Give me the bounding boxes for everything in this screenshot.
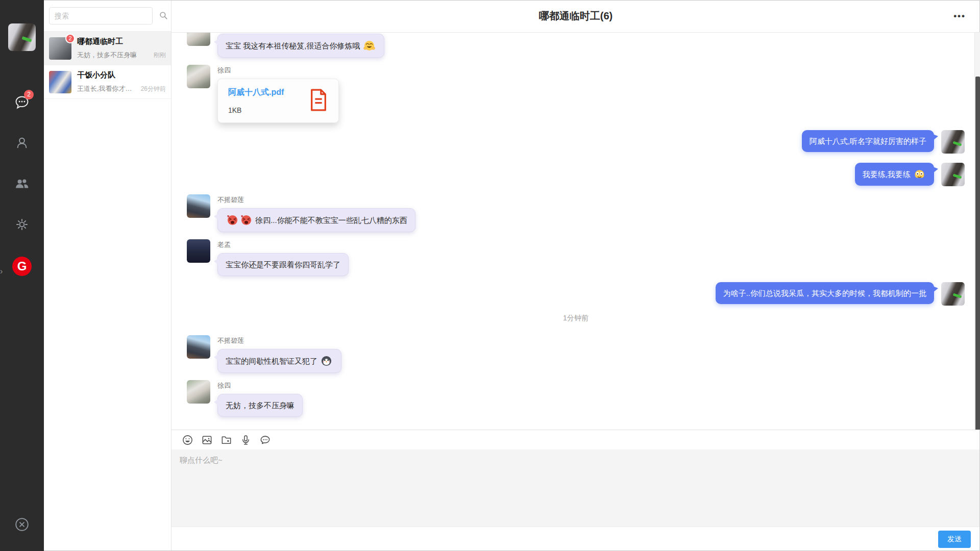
sender-name: 不摇碧莲 bbox=[217, 195, 415, 205]
melting-face-emoji-icon bbox=[914, 168, 925, 180]
sender-name: 徐四 bbox=[217, 381, 303, 390]
own-avatar[interactable] bbox=[941, 130, 965, 154]
chat-header: 哪都通临时工(6) ••• bbox=[172, 0, 980, 33]
mic-icon[interactable] bbox=[240, 434, 252, 446]
nav-contacts[interactable] bbox=[0, 123, 44, 164]
message-bubble: 徐四...你能不能不教宝宝一些乱七八糟的东西 bbox=[217, 208, 415, 232]
sender-avatar[interactable] bbox=[187, 335, 210, 359]
current-user-avatar[interactable] bbox=[8, 23, 36, 51]
conversation-preview: 无妨，技多不压身嘛 bbox=[77, 51, 151, 60]
message-bubble: 为啥子..你们总说我呆瓜，其实大多的时候，我都机制的一批 bbox=[716, 282, 934, 304]
conversation-item-ganfan[interactable]: 干饭小分队 王道长,我看你才… 26分钟前 bbox=[44, 65, 171, 99]
conversation-avatar: 2 bbox=[49, 37, 71, 60]
message-row: 徐四 无妨，技多不压身嘛 bbox=[172, 380, 980, 417]
conversation-title: 干饭小分队 bbox=[77, 70, 166, 80]
pdf-file-icon bbox=[309, 88, 328, 114]
message-input-area bbox=[172, 449, 980, 527]
time-divider: 1分钟前 bbox=[172, 314, 980, 323]
search-icon[interactable] bbox=[159, 11, 168, 20]
send-row: 发送 bbox=[172, 527, 980, 551]
message-row: 老孟 宝宝你还是不要跟着你四哥乱学了 bbox=[172, 239, 980, 276]
conversation-list-panel: 2 哪都通临时工 无妨，技多不压身嘛 刚刚 干饭小分队 王道长,我看你才… 26… bbox=[44, 0, 172, 551]
close-button[interactable] bbox=[14, 516, 30, 535]
penguin-emoji-icon bbox=[321, 355, 332, 367]
chat-app-window: 2 G bbox=[0, 0, 980, 551]
scrollbar-track bbox=[974, 33, 980, 430]
message-row: 宝宝 我这有本祖传秘笈,很适合你修炼哦 bbox=[172, 33, 980, 58]
conversation-title: 哪都通临时工 bbox=[77, 37, 166, 46]
sender-name: 老孟 bbox=[217, 240, 349, 249]
search-input[interactable] bbox=[49, 7, 153, 24]
chat-title: 哪都通临时工(6) bbox=[539, 9, 612, 23]
unread-badge: 2 bbox=[24, 90, 34, 99]
nav-logo[interactable]: G bbox=[0, 246, 44, 287]
conversation-item-nadutong[interactable]: 2 哪都通临时工 无妨，技多不压身嘛 刚刚 bbox=[44, 32, 171, 65]
emoji-icon[interactable] bbox=[182, 434, 193, 446]
message-bubble: 无妨，技多不压身嘛 bbox=[217, 394, 303, 417]
message-bubble: 阿威十八式,听名字就好厉害的样子 bbox=[802, 130, 934, 152]
conversation-preview: 王道长,我看你才… bbox=[77, 84, 138, 93]
image-icon[interactable] bbox=[201, 434, 213, 446]
message-row: 我要练,我要练 bbox=[172, 163, 980, 186]
search-bar bbox=[44, 0, 171, 32]
sender-avatar[interactable] bbox=[187, 380, 210, 404]
send-button[interactable]: 发送 bbox=[938, 531, 971, 548]
angry-emoji-icon bbox=[227, 214, 238, 226]
message-row: 为啥子..你们总说我呆瓜，其实大多的时候，我都机制的一批 bbox=[172, 282, 980, 306]
contacts-icon bbox=[15, 136, 29, 152]
close-icon bbox=[14, 525, 30, 534]
nav-groups[interactable] bbox=[0, 164, 44, 205]
file-size: 1KB bbox=[228, 106, 302, 114]
message-bubble: 宝宝你还是不要跟着你四哥乱学了 bbox=[217, 253, 349, 276]
conversation-avatar bbox=[49, 71, 71, 93]
message-row: 不摇碧莲 宝宝的间歇性机智证又犯了 bbox=[172, 335, 980, 373]
unread-badge: 2 bbox=[65, 34, 75, 43]
message-bubble: 宝宝 我这有本祖传秘笈,很适合你修炼哦 bbox=[217, 34, 384, 58]
more-options-icon[interactable]: ••• bbox=[953, 11, 966, 21]
rail-nav: 2 G bbox=[0, 83, 44, 287]
message-bubble: 我要练,我要练 bbox=[855, 163, 934, 186]
message-bubble: 宝宝的间歇性机智证又犯了 bbox=[217, 349, 341, 373]
chat-history-icon[interactable] bbox=[259, 434, 271, 446]
composer-toolbar bbox=[172, 430, 980, 449]
message-row: 徐四 阿威十八式.pdf 1KB bbox=[172, 65, 980, 123]
scrollbar-thumb[interactable] bbox=[975, 77, 980, 430]
hug-emoji-icon bbox=[363, 40, 375, 52]
chat-main-panel: 哪都通临时工(6) ••• 宝宝 我这有本祖传秘笈,很适合你修炼哦 徐四 阿威十… bbox=[172, 0, 980, 551]
sender-avatar[interactable] bbox=[187, 194, 210, 218]
panel-collapse-chevron-icon[interactable]: › bbox=[0, 267, 3, 276]
gear-icon bbox=[15, 217, 29, 234]
app-rail: 2 G bbox=[0, 0, 44, 551]
conversation-time: 刚刚 bbox=[154, 51, 166, 60]
nav-chats[interactable]: 2 bbox=[0, 83, 44, 123]
file-name: 阿威十八式.pdf bbox=[228, 87, 302, 98]
group-icon bbox=[14, 176, 30, 193]
conversation-time: 26分钟前 bbox=[141, 85, 166, 93]
own-avatar[interactable] bbox=[941, 163, 965, 186]
sender-avatar[interactable] bbox=[187, 239, 210, 263]
message-input[interactable] bbox=[172, 449, 980, 527]
angry-emoji-icon bbox=[240, 214, 252, 226]
g-logo-icon: G bbox=[12, 257, 32, 276]
sender-name: 徐四 bbox=[217, 66, 339, 75]
file-attachment-card[interactable]: 阿威十八式.pdf 1KB bbox=[217, 79, 339, 123]
own-avatar[interactable] bbox=[941, 282, 965, 306]
sender-avatar[interactable] bbox=[187, 33, 210, 46]
composer: 发送 bbox=[172, 430, 980, 551]
sender-name: 不摇碧莲 bbox=[217, 336, 341, 345]
message-row: 阿威十八式,听名字就好厉害的样子 bbox=[172, 130, 980, 154]
sender-avatar[interactable] bbox=[187, 65, 210, 88]
folder-icon[interactable] bbox=[220, 434, 232, 446]
message-row: 不摇碧莲 徐四...你能不能不教宝宝一些乱七八糟的东西 bbox=[172, 194, 980, 232]
nav-settings[interactable] bbox=[0, 205, 44, 246]
message-list: 宝宝 我这有本祖传秘笈,很适合你修炼哦 徐四 阿威十八式.pdf 1KB bbox=[172, 33, 980, 430]
